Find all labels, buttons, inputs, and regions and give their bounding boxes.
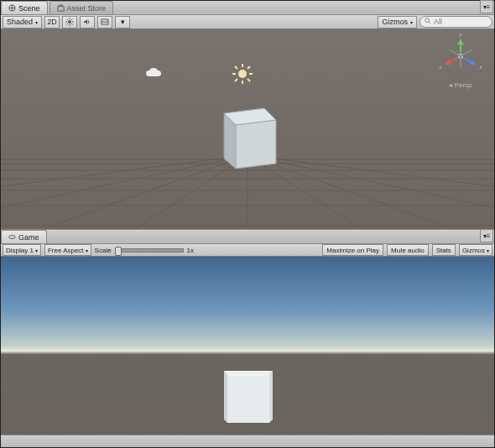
slider-knob[interactable] <box>115 247 122 256</box>
gizmo-x-label: x <box>440 65 442 70</box>
cube-gameobject[interactable] <box>209 96 289 179</box>
stats-toggle[interactable]: Stats <box>432 244 456 256</box>
tab-scene-label: Scene <box>18 4 40 13</box>
directional-light-gizmo-icon[interactable] <box>232 63 253 86</box>
display-label: Display 1 <box>6 247 34 254</box>
svg-line-11 <box>71 19 73 21</box>
search-icon <box>425 18 431 26</box>
svg-point-4 <box>68 20 71 23</box>
cube-render <box>221 366 276 428</box>
scene-icon <box>8 4 16 12</box>
scene-toolbar: Shaded ▾ 2D ▾ Gizmos ▾ All <box>1 15 494 29</box>
svg-line-56 <box>449 49 461 56</box>
search-placeholder: All <box>434 18 442 26</box>
scale-value: 1x <box>187 247 194 254</box>
scene-view[interactable]: y x z ◂ Persp <box>1 29 494 229</box>
fx-dropdown-icon[interactable]: ▾ <box>115 16 130 29</box>
panel-options-button[interactable]: ▾≡ <box>480 0 493 13</box>
scene-search-input[interactable]: All <box>419 16 492 28</box>
tab-scene[interactable]: Scene <box>1 1 48 14</box>
chevron-down-icon: ▾ <box>35 19 38 25</box>
game-icon <box>8 233 16 241</box>
gizmo-z-label: z <box>480 65 482 70</box>
game-toolbar: Display 1 ▾ Free Aspect ▾ Scale 1x Maxim… <box>1 244 494 257</box>
cloud-gizmo-icon[interactable] <box>145 67 162 81</box>
svg-marker-58 <box>224 371 273 376</box>
panel-options-button[interactable]: ▾≡ <box>480 229 493 242</box>
svg-line-39 <box>235 66 237 69</box>
svg-line-42 <box>235 79 237 81</box>
status-bar <box>1 435 494 447</box>
svg-line-16 <box>429 22 430 23</box>
chevron-down-icon: ▾ <box>35 247 38 253</box>
audio-toggle-icon[interactable] <box>80 16 95 29</box>
chevron-down-icon: ▾ <box>86 247 88 253</box>
svg-marker-60 <box>227 376 269 423</box>
game-tab-bar: Game ▾≡ <box>1 229 494 244</box>
projection-mode-label[interactable]: ◂ Persp <box>434 81 487 89</box>
svg-rect-57 <box>9 236 15 239</box>
maximize-on-play-toggle[interactable]: Maximize on Play <box>322 244 383 256</box>
scale-slider[interactable] <box>115 248 184 253</box>
tab-asset-store-label: Asset Store <box>67 4 107 13</box>
orientation-gizmo[interactable]: y x z ◂ Persp <box>434 31 487 90</box>
fx-toggle-icon[interactable] <box>97 16 112 29</box>
tab-game[interactable]: Game <box>1 230 47 243</box>
svg-line-10 <box>71 23 73 25</box>
game-gizmos-dropdown[interactable]: Gizmos ▾ <box>459 244 492 256</box>
svg-line-12 <box>67 23 69 25</box>
game-view[interactable] <box>1 257 494 435</box>
aspect-label: Free Aspect <box>48 247 84 254</box>
svg-marker-59 <box>224 371 227 423</box>
scale-label: Scale <box>95 247 112 254</box>
shading-mode-label: Shaded <box>7 18 33 26</box>
gizmo-y-label: y <box>460 32 462 37</box>
asset-store-icon <box>57 4 65 12</box>
mute-audio-toggle[interactable]: Mute audio <box>387 244 429 256</box>
svg-rect-3 <box>57 7 63 11</box>
display-dropdown[interactable]: Display 1 ▾ <box>3 244 41 256</box>
tab-asset-store[interactable]: Asset Store <box>50 1 114 14</box>
svg-line-9 <box>67 19 69 21</box>
svg-point-34 <box>238 70 247 78</box>
shading-mode-dropdown[interactable]: Shaded ▾ <box>3 16 42 29</box>
svg-marker-48 <box>457 39 464 44</box>
mode-2d-toggle[interactable]: 2D <box>44 16 60 29</box>
svg-marker-61 <box>269 371 273 423</box>
svg-line-55 <box>461 49 472 56</box>
chevron-down-icon: ▾ <box>410 19 413 25</box>
svg-line-40 <box>248 79 250 81</box>
chevron-down-icon: ▾ <box>487 247 489 253</box>
tab-game-label: Game <box>18 233 39 242</box>
scene-tab-bar: Scene Asset Store ▾≡ <box>1 1 494 15</box>
editor-root: Scene Asset Store ▾≡ Shaded ▾ 2D ▾ Gizmo… <box>0 0 495 448</box>
svg-line-41 <box>248 66 250 69</box>
game-gizmos-label: Gizmos <box>462 247 485 254</box>
svg-marker-45 <box>236 120 276 169</box>
gizmos-label: Gizmos <box>382 18 408 26</box>
lighting-toggle-icon[interactable] <box>62 16 77 29</box>
aspect-dropdown[interactable]: Free Aspect ▾ <box>44 244 91 256</box>
gizmos-dropdown[interactable]: Gizmos ▾ <box>378 16 417 29</box>
